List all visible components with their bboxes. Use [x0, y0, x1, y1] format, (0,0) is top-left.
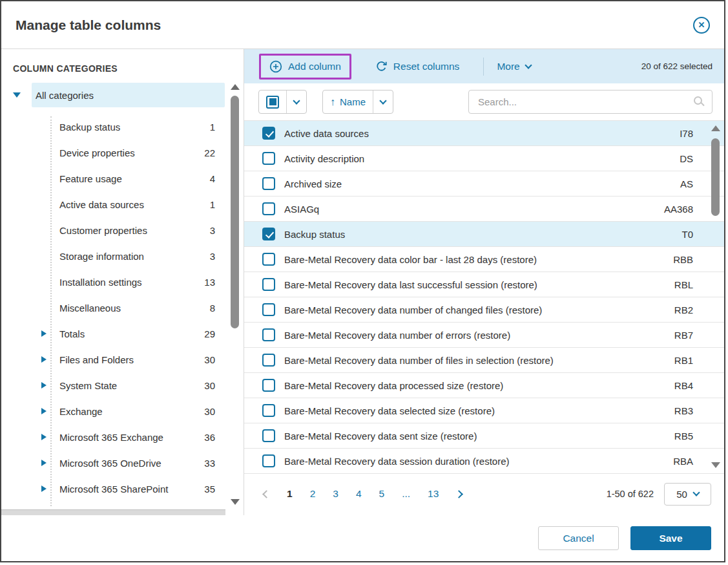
column-categories-panel: COLUMN CATEGORIES All categories Backup …	[1, 49, 244, 515]
column-row[interactable]: Backup status T0	[244, 222, 724, 247]
row-checkbox[interactable]	[262, 278, 275, 291]
arrow-up-icon: ↑	[330, 96, 335, 108]
list-scrollbar[interactable]	[710, 124, 721, 469]
row-checkbox[interactable]	[262, 429, 275, 442]
tree-item[interactable]: Microsoft 365 Exchange 36	[1, 424, 244, 450]
page-link[interactable]: 13	[428, 488, 439, 500]
tree-item[interactable]: Backup status 1	[1, 114, 244, 140]
row-checkbox[interactable]	[262, 127, 275, 140]
page-link[interactable]: 5	[379, 488, 385, 500]
column-row[interactable]: Activity description DS	[244, 146, 724, 171]
column-row[interactable]: Archived size AS	[244, 171, 724, 197]
chevron-collapsed-icon[interactable]	[41, 485, 59, 492]
chevron-collapsed-icon[interactable]	[41, 460, 59, 466]
add-column-label: Add column	[288, 61, 341, 72]
cancel-button[interactable]: Cancel	[538, 526, 619, 550]
tree-item-all-categories[interactable]: All categories	[1, 83, 244, 107]
chevron-collapsed-icon[interactable]	[41, 434, 59, 440]
column-row[interactable]: Bare-Metal Recovery data session duratio…	[244, 449, 724, 474]
column-code: RB5	[674, 431, 693, 442]
row-checkbox[interactable]	[262, 404, 275, 417]
tree-item-count: 35	[204, 484, 215, 495]
row-checkbox[interactable]	[262, 379, 275, 392]
row-checkbox[interactable]	[262, 177, 275, 190]
page-link[interactable]: ...	[402, 488, 410, 500]
close-icon[interactable]: ✕	[693, 17, 710, 34]
row-checkbox[interactable]	[262, 228, 275, 240]
chevron-expanded-icon[interactable]	[1, 92, 32, 98]
row-checkbox[interactable]	[262, 303, 275, 316]
chevron-collapsed-icon[interactable]	[41, 253, 59, 259]
chevron-collapsed-icon[interactable]	[41, 382, 59, 389]
column-row[interactable]: Active data sources I78	[244, 121, 724, 146]
tree-item[interactable]: System State 30	[1, 372, 244, 398]
column-row[interactable]: Bare-Metal Recovery data color bar - las…	[244, 247, 724, 272]
sidebar-scrollbar-thumb[interactable]	[231, 96, 239, 328]
sort-menu-dropdown[interactable]	[373, 91, 393, 113]
scroll-up-icon[interactable]	[231, 84, 240, 90]
column-row[interactable]: ASIAGq AA368	[244, 197, 724, 222]
scroll-down-icon[interactable]	[711, 462, 720, 468]
pagination-range: 1-50 of 622	[607, 489, 654, 499]
sidebar-horizontal-scrollbar[interactable]	[1, 509, 225, 515]
tree-item[interactable]: Exchange 30	[1, 398, 244, 424]
chevron-collapsed-icon[interactable]	[41, 227, 59, 233]
column-name: Archived size	[284, 178, 680, 189]
page-link[interactable]: 4	[356, 488, 362, 500]
row-checkbox[interactable]	[262, 328, 275, 341]
column-row[interactable]: Bare-Metal Recovery data processed size …	[244, 373, 724, 398]
column-row[interactable]: Bare-Metal Recovery data number of chang…	[244, 297, 724, 323]
row-checkbox[interactable]	[262, 454, 275, 467]
page-link[interactable]: 3	[333, 488, 338, 500]
row-checkbox[interactable]	[262, 202, 275, 215]
scroll-up-icon[interactable]	[711, 125, 720, 131]
row-checkbox[interactable]	[262, 253, 275, 266]
tree-item[interactable]: Miscellaneous 8	[1, 295, 244, 321]
tree-item[interactable]: Files and Folders 30	[1, 346, 244, 372]
page-link[interactable]: 1	[287, 488, 293, 500]
tree-item[interactable]: Totals 29	[1, 321, 244, 346]
chevron-collapsed-icon[interactable]	[41, 279, 59, 285]
chevron-collapsed-icon[interactable]	[41, 175, 59, 182]
list-scrollbar-thumb[interactable]	[711, 138, 720, 216]
sort-field-label: Name	[340, 96, 366, 107]
page-size-select[interactable]: 50	[664, 483, 711, 506]
tree-item[interactable]: Microsoft 365 OneDrive 33	[1, 450, 244, 476]
tree-item[interactable]: Microsoft 365 SharePoint 35	[1, 476, 244, 502]
tree-item[interactable]: Customer properties 3	[1, 217, 244, 243]
page-link[interactable]: 2	[310, 488, 316, 500]
reset-columns-button[interactable]: Reset columns	[367, 56, 468, 77]
save-button[interactable]: Save	[630, 526, 711, 550]
scroll-down-icon[interactable]	[231, 499, 240, 505]
chevron-collapsed-icon[interactable]	[41, 356, 59, 363]
tree-item[interactable]: Device properties 22	[1, 140, 244, 165]
more-button[interactable]: More	[497, 61, 530, 72]
tree-item[interactable]: Feature usage 4	[1, 165, 244, 191]
column-row[interactable]: Bare-Metal Recovery data selected size (…	[244, 398, 724, 423]
row-checkbox[interactable]	[262, 354, 275, 367]
tree-item-count: 3	[210, 251, 215, 262]
column-row[interactable]: Bare-Metal Recovery data number of error…	[244, 323, 724, 348]
sort-split-button: ↑ Name	[322, 90, 393, 114]
next-page-icon[interactable]	[455, 490, 463, 498]
row-checkbox[interactable]	[262, 152, 275, 165]
sort-by-name-button[interactable]: ↑ Name	[323, 91, 373, 113]
chevron-collapsed-icon[interactable]	[41, 304, 59, 311]
sidebar-scrollbar[interactable]	[229, 83, 240, 506]
chevron-collapsed-icon[interactable]	[41, 330, 59, 337]
tree-item[interactable]: Installation settings 13	[1, 269, 244, 295]
tree-item[interactable]: Active data sources 1	[1, 191, 244, 217]
add-column-highlight: Add column	[259, 54, 351, 80]
add-column-button[interactable]: Add column	[261, 56, 349, 78]
select-menu-dropdown[interactable]	[286, 91, 306, 113]
column-row[interactable]: Bare-Metal Recovery data last successful…	[244, 272, 724, 297]
search-input[interactable]	[468, 90, 712, 114]
chevron-collapsed-icon[interactable]	[41, 201, 59, 208]
chevron-collapsed-icon[interactable]	[41, 123, 59, 130]
column-row[interactable]: Bare-Metal Recovery data number of files…	[244, 348, 724, 373]
select-all-checkbox[interactable]	[259, 91, 286, 113]
chevron-collapsed-icon[interactable]	[41, 408, 59, 414]
column-row[interactable]: Bare-Metal Recovery data sent size (rest…	[244, 423, 724, 449]
tree-item[interactable]: Storage information 3	[1, 243, 244, 269]
chevron-collapsed-icon[interactable]	[41, 149, 59, 156]
